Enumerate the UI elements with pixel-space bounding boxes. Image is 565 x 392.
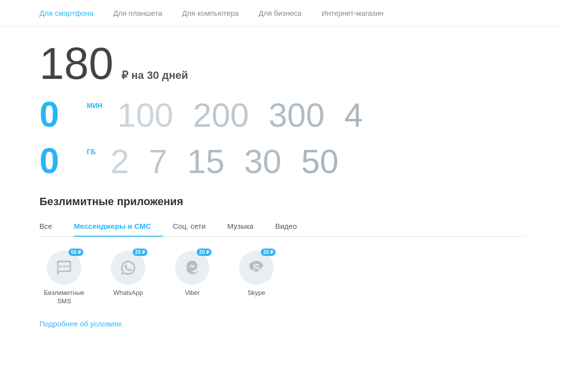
tab-messengers[interactable]: Мессенджеры и СМС: [74, 218, 163, 236]
svg-point-0: [60, 265, 62, 267]
nav-item-business[interactable]: Для бизнеса: [258, 9, 302, 17]
gb-row[interactable]: 0 ГБ 2 7 15 30 50: [39, 142, 526, 180]
gb-opt-15: 15: [187, 142, 225, 180]
tab-music[interactable]: Музыка: [227, 218, 265, 236]
gb-value: 0: [39, 143, 84, 178]
whatsapp-icon: [120, 259, 137, 276]
main-content: 180 ₽ на 30 дней 0 МИН 100 200 300 4 0 Г…: [0, 27, 565, 338]
section-title: Безлимитные приложения: [39, 195, 526, 208]
minutes-opt-400: 4: [344, 96, 363, 134]
app-item-whatsapp[interactable]: 20 ₽ WhatsApp: [104, 250, 153, 306]
minutes-row[interactable]: 0 МИН 100 200 300 4: [39, 96, 526, 134]
nav-item-tablet[interactable]: Для планшета: [113, 9, 163, 17]
app-item-skype[interactable]: 20 ₽ Skype: [232, 250, 281, 306]
minutes-opt-300: 300: [269, 96, 324, 134]
top-nav: Для смартфона Для планшета Для компьютер…: [0, 0, 565, 27]
app-icon-wrap-sms: 50 ₽: [47, 250, 81, 285]
minutes-opt-100: 100: [117, 96, 173, 134]
nav-item-shop[interactable]: Интернет-магазин: [321, 9, 384, 17]
price-number: 180: [39, 41, 113, 86]
minutes-options: 100 200 300 4: [117, 96, 363, 134]
tab-video[interactable]: Видео: [275, 218, 309, 236]
app-label-sms: Безлимитные SMS: [39, 289, 89, 306]
nav-item-computer[interactable]: Для компьютера: [182, 9, 239, 17]
gb-opt-50: 50: [301, 142, 339, 180]
price-suffix: ₽ на 30 дней: [121, 69, 188, 82]
gb-opt-7: 7: [149, 142, 168, 180]
tab-all[interactable]: Все: [39, 218, 64, 236]
app-item-sms[interactable]: 50 ₽ Безлимитные SMS: [39, 250, 89, 306]
app-badge-sms: 50 ₽: [69, 249, 83, 256]
svg-point-2: [67, 265, 69, 267]
details-link[interactable]: Подробнее об условиях: [39, 320, 122, 328]
app-item-viber[interactable]: 20 ₽ Viber: [168, 250, 217, 306]
gb-opt-2: 2: [110, 142, 129, 180]
tab-social[interactable]: Соц. сети: [173, 218, 217, 236]
minutes-unit: МИН: [87, 102, 103, 109]
svg-point-1: [63, 265, 65, 267]
app-tabs: Все Мессенджеры и СМС Соц. сети Музыка В…: [39, 218, 526, 237]
viber-icon: [184, 259, 201, 276]
price-row: 180 ₽ на 30 дней: [39, 41, 526, 86]
minutes-opt-200: 200: [193, 96, 248, 134]
nav-item-smartphone[interactable]: Для смартфона: [39, 9, 94, 17]
app-icon-wrap-whatsapp: 20 ₽: [111, 250, 145, 285]
skype-icon: [248, 259, 265, 276]
app-label-viber: Viber: [185, 289, 200, 297]
gb-unit: ГБ: [87, 148, 96, 156]
minutes-value: 0: [39, 97, 84, 132]
app-icon-wrap-viber: 20 ₽: [175, 250, 210, 285]
sms-icon: [56, 259, 72, 276]
app-badge-whatsapp: 20 ₽: [133, 249, 147, 256]
app-icon-wrap-skype: 20 ₽: [239, 250, 274, 285]
gb-options: 2 7 15 30 50: [110, 142, 339, 180]
app-badge-skype: 20 ₽: [261, 249, 276, 256]
app-label-skype: Skype: [247, 289, 265, 297]
apps-grid: 50 ₽ Безлимитные SMS 20 ₽ WhatsApp: [39, 250, 526, 306]
app-label-whatsapp: WhatsApp: [113, 289, 143, 297]
app-badge-viber: 20 ₽: [197, 249, 212, 256]
gb-opt-30: 30: [244, 142, 282, 180]
